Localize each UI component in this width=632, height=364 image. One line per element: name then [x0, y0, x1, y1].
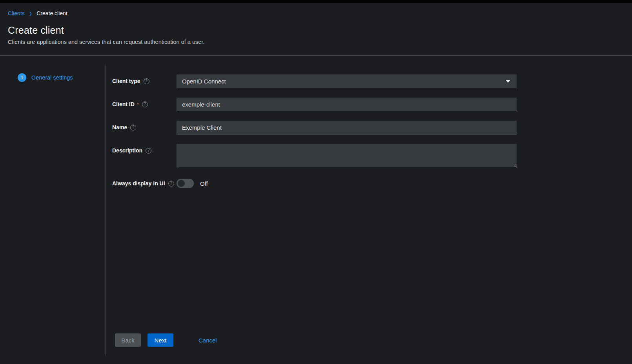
description-help-icon[interactable]: ? [146, 148, 151, 154]
client-type-row: Client type ? OpenID Connect [112, 74, 632, 88]
client-id-input[interactable] [177, 98, 517, 111]
description-label-group: Description ? [112, 144, 170, 154]
page-subtitle: Clients are applications and services th… [8, 39, 623, 45]
general-settings-form: Client type ? OpenID Connect Client ID *… [106, 56, 632, 364]
cancel-link[interactable]: Cancel [199, 337, 217, 344]
next-button[interactable]: Next [148, 333, 173, 347]
chevron-right-icon: ❯ [29, 11, 32, 16]
window-top-bar [0, 0, 632, 3]
back-button[interactable]: Back [115, 333, 141, 347]
name-label: Name [112, 124, 127, 130]
caret-down-icon [506, 80, 510, 83]
toggle-knob [178, 180, 185, 187]
toggle-state-label: Off [200, 180, 208, 187]
client-form: Client type ? OpenID Connect Client ID *… [112, 74, 632, 197]
page-title: Create client [8, 25, 623, 36]
client-id-label: Client ID [112, 101, 135, 107]
breadcrumb: Clients ❯ Create client [8, 10, 623, 16]
always-display-row: Always display in UI ? Off [112, 177, 632, 188]
create-client-wizard: 1 General settings Client type ? OpenID … [0, 56, 632, 364]
always-display-label: Always display in UI [112, 180, 165, 187]
always-display-help-icon[interactable]: ? [168, 181, 174, 187]
client-id-label-group: Client ID * ? [112, 98, 170, 107]
step-number-badge: 1 [18, 73, 26, 82]
client-type-label-group: Client type ? [112, 74, 170, 84]
client-id-row: Client ID * ? [112, 98, 632, 111]
page-header: Clients ❯ Create client Create client Cl… [0, 3, 632, 56]
client-type-label: Client type [112, 78, 140, 84]
name-row: Name ? [112, 121, 632, 134]
name-input[interactable] [177, 121, 517, 134]
breadcrumb-link-clients[interactable]: Clients [8, 10, 25, 16]
client-type-selected-value: OpenID Connect [182, 78, 226, 85]
description-row: Description ? [112, 144, 632, 167]
client-id-help-icon[interactable]: ? [142, 101, 148, 107]
wizard-steps-nav: 1 General settings [0, 56, 105, 364]
wizard-step-label: General settings [31, 74, 73, 81]
wizard-footer: Back Next Cancel [115, 333, 632, 347]
breadcrumb-current: Create client [36, 10, 67, 16]
name-help-icon[interactable]: ? [130, 125, 136, 130]
name-label-group: Name ? [112, 121, 170, 130]
always-display-toggle-group: Off [177, 177, 517, 188]
description-label: Description [112, 147, 142, 154]
client-type-select[interactable]: OpenID Connect [177, 74, 517, 88]
client-type-help-icon[interactable]: ? [144, 78, 149, 84]
required-asterisk: * [137, 101, 139, 107]
always-display-label-group: Always display in UI ? [112, 177, 170, 187]
wizard-step-general-settings[interactable]: 1 General settings [18, 73, 105, 82]
description-textarea[interactable] [177, 144, 517, 167]
always-display-toggle[interactable] [177, 179, 194, 188]
